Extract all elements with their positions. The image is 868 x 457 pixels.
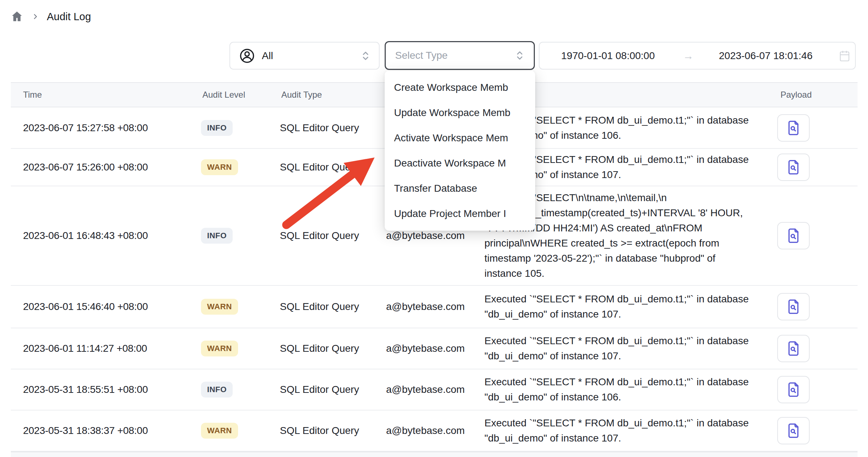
date-range-picker[interactable]: 1970-01-01 08:00:00 → 2023-06-07 18:01:4… xyxy=(539,42,856,70)
audit-actor: a@bytebase.com xyxy=(386,384,465,395)
view-payload-button[interactable] xyxy=(777,335,810,362)
audit-time: 2023-06-01 16:48:43 +08:00 xyxy=(23,230,148,241)
calendar-icon[interactable] xyxy=(839,50,850,62)
payload-cell xyxy=(777,376,810,403)
audit-comment: Executed `"SELECT * FROM db_ui_demo.t1;"… xyxy=(484,374,783,405)
view-payload-button[interactable] xyxy=(777,154,810,181)
audit-log-page: { "breadcrumb": { "current": "Audit Log"… xyxy=(0,0,868,457)
audit-time: 2023-06-01 15:46:40 +08:00 xyxy=(23,301,148,312)
payload-cell xyxy=(777,114,810,142)
audit-type: SQL Editor Query xyxy=(280,343,359,354)
arrow-right-icon: → xyxy=(683,50,694,62)
actor-filter-select[interactable]: All xyxy=(229,42,380,70)
page-title: Audit Log xyxy=(47,11,91,23)
payload-cell xyxy=(777,335,810,362)
col-header-payload: Payload xyxy=(780,90,812,100)
file-search-icon xyxy=(786,227,801,244)
payload-cell xyxy=(777,222,810,249)
payload-cell xyxy=(777,154,810,181)
chevron-updown-icon xyxy=(515,49,524,62)
status-badge: WARN xyxy=(201,341,238,356)
file-search-icon xyxy=(786,159,801,176)
audit-actor: a@bytebase.com xyxy=(386,230,465,241)
audit-level: WARN xyxy=(201,299,238,315)
col-header-time: Time xyxy=(23,90,42,100)
actor-filter-value: All xyxy=(262,50,273,62)
view-payload-button[interactable] xyxy=(777,293,810,320)
audit-level: INFO xyxy=(201,382,233,398)
audit-type: SQL Editor Query xyxy=(280,301,359,312)
status-badge: INFO xyxy=(201,228,233,244)
home-icon[interactable] xyxy=(10,10,24,23)
type-filter-dropdown-menu: Create Workspace Memb Update Workspace M… xyxy=(385,71,535,231)
audit-comment: Executed `"SELECT * FROM db_ui_demo.t1;"… xyxy=(484,292,783,322)
payload-cell xyxy=(777,417,810,444)
status-badge: WARN xyxy=(201,159,238,175)
file-search-icon xyxy=(786,120,801,136)
audit-type: SQL Editor Query xyxy=(280,230,359,241)
table-row: 2023-05-31 18:55:51 +08:00 INFO SQL Edit… xyxy=(11,369,858,411)
file-search-icon xyxy=(786,340,801,357)
file-search-icon xyxy=(786,298,801,315)
audit-time: 2023-06-07 15:27:58 +08:00 xyxy=(23,122,148,134)
status-badge: INFO xyxy=(201,120,233,136)
view-payload-button[interactable] xyxy=(777,222,810,249)
menu-item-update-project-member[interactable]: Update Project Member I xyxy=(385,201,535,226)
view-payload-button[interactable] xyxy=(777,376,810,403)
file-search-icon xyxy=(786,422,801,439)
audit-time: 2023-06-07 15:26:00 +08:00 xyxy=(23,161,148,173)
file-search-icon xyxy=(786,381,801,398)
audit-type: SQL Editor Query xyxy=(280,425,359,436)
breadcrumb: Audit Log xyxy=(10,9,91,25)
menu-item-create-workspace-member[interactable]: Create Workspace Memb xyxy=(385,75,535,100)
audit-actor: a@bytebase.com xyxy=(386,425,465,436)
menu-item-update-workspace-member[interactable]: Update Workspace Memb xyxy=(385,100,535,125)
audit-time: 2023-05-31 18:55:51 +08:00 xyxy=(23,384,148,395)
audit-type: SQL Editor Query xyxy=(280,161,359,173)
audit-level: WARN xyxy=(201,159,238,175)
menu-item-deactivate-workspace-member[interactable]: Deactivate Workspace M xyxy=(385,151,535,176)
menu-item-activate-workspace-member[interactable]: Activate Workspace Mem xyxy=(385,125,535,151)
table-bottom-strip xyxy=(11,452,858,457)
col-header-level: Audit Level xyxy=(202,90,245,100)
col-header-type: Audit Type xyxy=(281,90,322,100)
audit-comment: Executed `"SELECT * FROM db_ui_demo.t1;"… xyxy=(484,416,783,446)
audit-level: INFO xyxy=(201,228,233,244)
menu-item-transfer-database[interactable]: Transfer Database xyxy=(385,176,535,201)
date-range-end[interactable]: 2023-06-07 18:01:46 xyxy=(719,50,813,62)
view-payload-button[interactable] xyxy=(777,417,810,444)
table-row: 2023-06-01 15:46:40 +08:00 WARN SQL Edit… xyxy=(11,286,858,328)
audit-time: 2023-06-01 11:14:27 +08:00 xyxy=(23,343,147,354)
table-row: 2023-05-31 18:38:37 +08:00 WARN SQL Edit… xyxy=(11,411,858,452)
audit-actor: a@bytebase.com xyxy=(386,343,465,354)
status-badge: WARN xyxy=(201,299,238,315)
type-filter-select[interactable]: Select Type xyxy=(385,41,535,70)
date-range-start[interactable]: 1970-01-01 08:00:00 xyxy=(561,50,655,62)
view-payload-button[interactable] xyxy=(777,114,810,142)
type-filter-placeholder: Select Type xyxy=(395,50,448,61)
payload-cell xyxy=(777,293,810,320)
audit-actor: a@bytebase.com xyxy=(386,301,465,312)
status-badge: WARN xyxy=(201,423,238,439)
user-circle-icon xyxy=(239,48,255,64)
audit-comment: Executed `"SELECT * FROM db_ui_demo.t1;"… xyxy=(484,333,783,364)
audit-level: WARN xyxy=(201,423,238,439)
audit-level: INFO xyxy=(201,120,233,136)
audit-type: SQL Editor Query xyxy=(280,122,359,134)
status-badge: INFO xyxy=(201,382,233,398)
table-row: 2023-06-01 11:14:27 +08:00 WARN SQL Edit… xyxy=(11,328,858,369)
audit-time: 2023-05-31 18:38:37 +08:00 xyxy=(23,425,148,436)
chevron-right-icon xyxy=(32,13,39,20)
audit-type: SQL Editor Query xyxy=(280,384,359,395)
chevron-updown-icon xyxy=(361,49,370,62)
audit-level: WARN xyxy=(201,341,238,356)
